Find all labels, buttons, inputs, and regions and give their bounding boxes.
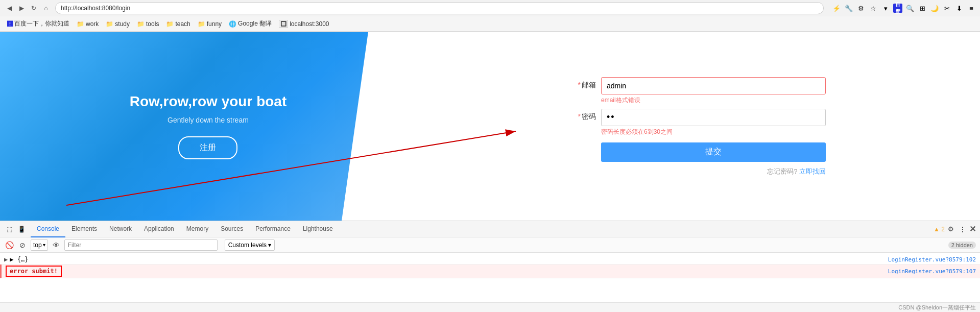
email-input-wrap: email格式错误 <box>601 77 826 105</box>
folder-icon: 📁 <box>106 20 113 28</box>
nav-controls: ◀ ▶ ↻ ⌂ <box>4 3 51 13</box>
hero-subtitle: Gentlely down the stream <box>130 116 286 124</box>
password-error: 密码长度必须在6到30之间 <box>601 128 826 136</box>
devtools-panel: ⬚ 📱 Console Elements Network Application… <box>0 221 980 312</box>
submit-row: 提交 <box>601 140 826 162</box>
tab-application[interactable]: Application <box>138 221 180 237</box>
bookmark-work[interactable]: 📁 work <box>74 19 102 29</box>
dropdown-icon[interactable]: ▾ <box>881 4 890 13</box>
bookmark-study[interactable]: 📁 study <box>103 19 133 29</box>
page-content: Row,row,row your boat Gentlely down the … <box>0 32 980 221</box>
password-row: 密码 密码长度必须在6到30之间 <box>570 109 826 136</box>
clear-console-button[interactable]: 🚫 <box>4 240 14 250</box>
settings-icon[interactable]: ⚙ <box>856 4 866 13</box>
address-bar[interactable]: http://localhost:8080/login <box>55 2 824 14</box>
error-text: error submit! <box>6 266 62 277</box>
devtools-settings-icon[interactable]: ⚙ <box>948 225 954 233</box>
password-input-wrap: 密码长度必须在6到30之间 <box>601 109 826 136</box>
baidu-icon[interactable]: 百度 <box>893 4 902 13</box>
console-row-error: error submit! LoginRegister.vue?8579:107 <box>0 265 980 278</box>
bookmark-label: study <box>115 20 130 28</box>
expand-icon[interactable]: ▶ <box>4 256 8 263</box>
register-button[interactable]: 注册 <box>178 136 237 159</box>
submit-button[interactable]: 提交 <box>601 142 826 162</box>
devtools-more-icon[interactable]: ⋮ <box>959 225 966 233</box>
email-row: 邮箱 email格式错误 <box>570 77 826 105</box>
extension-icon[interactable]: 🔧 <box>844 4 853 13</box>
filter-input[interactable] <box>64 239 218 251</box>
bookmark-baidu[interactable]: 🅱 百度一下，你就知道 <box>4 18 73 29</box>
password-input[interactable] <box>601 109 826 126</box>
login-form: 邮箱 email格式错误 密码 密码长度必须在6到30之间 提交 <box>570 77 826 176</box>
apps-icon[interactable]: ⊞ <box>918 4 927 13</box>
folder-icon: 📁 <box>198 20 205 28</box>
devtools-footer: CSDN @Sheldon一蒸烟任平生 <box>0 302 980 312</box>
password-label: 密码 <box>570 109 601 122</box>
source-link-1[interactable]: LoginRegister.vue?8579:102 <box>888 256 976 263</box>
back-button[interactable]: ◀ <box>4 3 14 13</box>
tab-network[interactable]: Network <box>103 221 138 237</box>
moon-icon[interactable]: 🌙 <box>930 4 939 13</box>
source-link-2[interactable]: LoginRegister.vue?8579:107 <box>888 268 976 275</box>
footer-text: CSDN @Sheldon一蒸烟任平生 <box>898 304 976 311</box>
baidu-favicon: 🅱 <box>7 21 13 27</box>
extension2-icon[interactable]: ✂ <box>942 4 951 13</box>
forgot-link[interactable]: 立即找回 <box>799 167 826 175</box>
console-content: ▶ ▶ {…} LoginRegister.vue?8579:102 error… <box>0 253 980 302</box>
star-icon[interactable]: ⚡ <box>832 4 841 13</box>
bookmark-google-translate[interactable]: 🌐 Google 翻译 <box>226 18 275 29</box>
devtools-controls: ⬚ 📱 <box>4 224 27 234</box>
warning-badge: ▲ 2 <box>934 226 945 233</box>
bookmark-label: work <box>86 20 99 28</box>
login-section: 邮箱 email格式错误 密码 密码长度必须在6到30之间 提交 <box>416 32 980 221</box>
inspect-element-button[interactable]: ⬚ <box>4 224 14 234</box>
search-icon[interactable]: 🔍 <box>905 4 915 13</box>
refresh-button[interactable]: ↻ <box>29 3 39 13</box>
download-icon[interactable]: ⬇ <box>954 4 964 13</box>
blue-section: Row,row,row your boat Gentlely down the … <box>0 32 416 221</box>
folder-icon: 📁 <box>166 20 174 28</box>
devtools-tabs: ⬚ 📱 Console Elements Network Application… <box>0 221 980 237</box>
top-selector[interactable]: top ▾ <box>31 239 48 251</box>
email-error: email格式错误 <box>601 96 826 105</box>
tab-lighthouse[interactable]: Lighthouse <box>297 221 339 237</box>
devtools-toolbar: 🚫 ⊘ top ▾ 👁 Custom levels ▾ 2 hidden <box>0 237 980 253</box>
bookmark-label: localhost:3000 <box>290 20 329 28</box>
translate-favicon: 🌐 <box>229 20 236 28</box>
tab-memory[interactable]: Memory <box>180 221 214 237</box>
folder-icon: 📁 <box>77 20 84 28</box>
devtools-right-controls: ▲ 2 ⚙ ⋮ ✕ <box>934 224 976 234</box>
localhost-favicon: 🔲 <box>279 20 288 28</box>
bookmarks-bar: 🅱 百度一下，你就知道 📁 work 📁 study 📁 tools 📁 tea… <box>0 16 980 32</box>
hidden-count-badge: 2 hidden <box>948 242 976 249</box>
custom-levels-dropdown[interactable]: Custom levels ▾ <box>225 239 275 251</box>
tab-console[interactable]: Console <box>31 221 65 237</box>
custom-levels-label: Custom levels ▾ <box>228 242 272 249</box>
forgot-row: 忘记密码? 立即找回 <box>570 167 826 176</box>
bookmark-label: teach <box>175 20 190 28</box>
menu-icon[interactable]: ≡ <box>967 4 976 13</box>
top-selector-label: top <box>33 242 42 249</box>
bookmark-funny[interactable]: 📁 funny <box>195 19 225 29</box>
url-text: http://localhost:8080/login <box>61 5 130 12</box>
bookmark-star-icon[interactable]: ☆ <box>869 4 878 13</box>
devtools-close-button[interactable]: ✕ <box>969 224 976 234</box>
bookmark-tools[interactable]: 📁 tools <box>134 19 162 29</box>
home-button[interactable]: ⌂ <box>41 3 51 13</box>
browser-actions: ⚡ 🔧 ⚙ ☆ ▾ 百度 🔍 ⊞ 🌙 ✂ ⬇ ≡ <box>832 4 976 13</box>
forward-button[interactable]: ▶ <box>16 3 27 13</box>
filter-toggle-button[interactable]: ⊘ <box>17 240 28 250</box>
bookmark-label: funny <box>207 20 222 28</box>
tab-performance[interactable]: Performance <box>249 221 297 237</box>
bookmark-teach[interactable]: 📁 teach <box>163 19 193 29</box>
tab-elements[interactable]: Elements <box>65 221 103 237</box>
bookmark-localhost[interactable]: 🔲 localhost:3000 <box>276 19 332 29</box>
forgot-prefix: 忘记密码? <box>767 167 797 175</box>
email-input[interactable] <box>601 77 826 94</box>
tab-sources[interactable]: Sources <box>214 221 249 237</box>
device-toolbar-button[interactable]: 📱 <box>16 224 27 234</box>
bookmark-label: 百度一下，你就知道 <box>14 19 69 28</box>
eye-icon[interactable]: 👁 <box>51 240 61 250</box>
top-selector-chevron: ▾ <box>43 242 45 248</box>
console-object-text: ▶ {…} <box>10 256 28 263</box>
